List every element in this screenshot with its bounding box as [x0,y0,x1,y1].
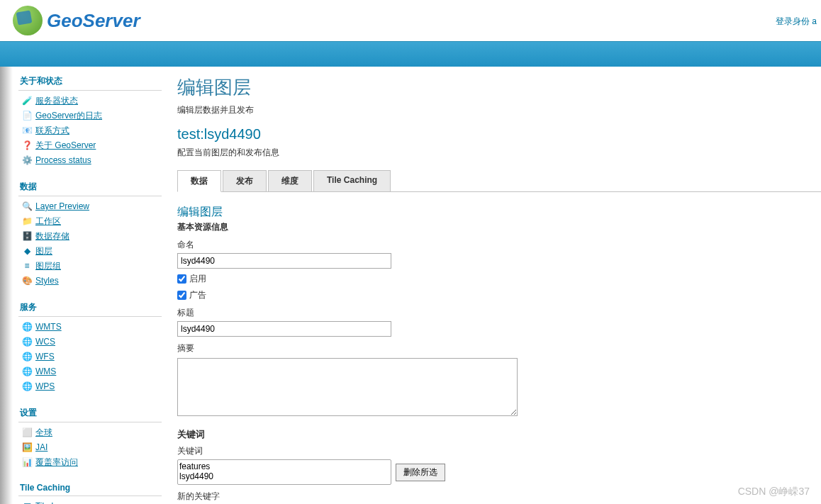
sidebar-item-label[interactable]: 工作区 [35,215,61,228]
sidebar-item[interactable]: 🌐WPS [18,379,162,394]
enable-checkbox[interactable] [177,274,186,284]
sidebar-icon: ◆ [21,246,33,257]
logo-text: GeoServer [47,10,140,32]
sidebar-item-label[interactable]: Process status [35,155,91,167]
enable-label: 启用 [189,273,206,285]
sidebar-icon: 🌐 [21,337,33,348]
sidebar-item[interactable]: 🧪服务器状态 [18,94,162,108]
name-label: 命名 [177,239,821,251]
sidebar-item[interactable]: 📊覆盖率访问 [18,455,162,470]
tab[interactable]: Tile Caching [313,170,391,191]
sidebar-item[interactable]: ▦Tile Layers [18,499,162,504]
sidebar-item-label[interactable]: 服务器状态 [35,95,78,107]
sidebar-item[interactable]: 📧联系方式 [18,123,162,138]
layer-desc: 配置当前图层的和发布信息 [177,147,821,159]
sidebar-item[interactable]: 🌐WMS [18,364,162,379]
sidebar-icon: ⬜ [21,427,33,439]
blue-bar [0,41,821,67]
sidebar-item[interactable]: 🗄️数据存储 [18,229,162,244]
advert-label: 广告 [189,289,206,301]
name-input[interactable] [177,253,391,269]
logo-icon [13,6,43,35]
keyword-option[interactable]: features [179,461,389,471]
sidebar-item[interactable]: 📄GeoServer的日志 [18,108,162,123]
sidebar-icon: 🌐 [21,322,33,333]
sidebar-item-label[interactable]: WFS [35,351,55,363]
sidebar-section-title: 数据 [18,178,162,196]
form-section: 编辑图层 基本资源信息 命名 启用 广告 标题 摘要 关键词 关键词 [177,205,821,504]
sidebar-item-label[interactable]: GeoServer的日志 [35,110,102,122]
abstract-label: 摘要 [177,342,821,354]
sidebar-item[interactable]: 🎨Styles [18,274,162,289]
advert-checkbox[interactable] [177,291,186,300]
sidebar-item[interactable]: 🌐WMTS [18,320,162,335]
keyword-list[interactable]: featureslsyd4490 [177,459,391,485]
section-subtitle: 基本资源信息 [177,221,821,233]
sidebar-icon: 🌐 [21,381,33,393]
sidebar-item[interactable]: 📁工作区 [18,214,162,229]
sidebar-item[interactable]: 🌐WFS [18,349,162,364]
sidebar-item-label[interactable]: WMTS [35,321,62,333]
sidebar-icon: 🖼️ [21,442,33,454]
watermark: CSDN @峥嵘37 [738,486,810,498]
sidebar-item-label[interactable]: Tile Layers [35,500,77,504]
tabs: 数据发布维度Tile Caching [177,170,821,192]
sidebar-item-label[interactable]: 覆盖率访问 [35,457,78,469]
shadow-bar [0,67,13,504]
page-desc: 编辑层数据并且发布 [177,104,821,116]
sidebar-item[interactable]: 🖼️JAI [18,440,162,455]
sidebar-icon: 🔍 [21,201,33,213]
delete-keyword-button[interactable]: 删除所选 [396,464,445,481]
sidebar-item-label[interactable]: WMS [35,366,56,378]
sidebar-item[interactable]: ≡图层组 [18,259,162,274]
sidebar-item-label[interactable]: 图层组 [35,260,61,272]
sidebar-item-label[interactable]: WCS [35,336,55,348]
header: GeoServer 登录身份 a [0,0,821,41]
sidebar-icon: 📧 [21,125,33,137]
tab[interactable]: 维度 [268,170,312,191]
sidebar-item[interactable]: ⚙️Process status [18,153,162,168]
main-content: 编辑图层 编辑层数据并且发布 test:lsyd4490 配置当前图层的和发布信… [162,67,821,504]
logo[interactable]: GeoServer [13,6,140,35]
sidebar-item-label[interactable]: 联系方式 [35,125,69,137]
sidebar-icon: 📁 [21,216,33,228]
tab[interactable]: 发布 [223,170,267,191]
sidebar-icon: 🎨 [21,276,33,287]
sidebar-item[interactable]: ⬜全球 [18,425,162,440]
sidebar-item-label[interactable]: JAI [35,442,48,454]
sidebar-item[interactable]: 🔍Layer Preview [18,199,162,214]
sidebar-icon: 📊 [21,457,33,469]
new-keyword-label: 新的关键字 [177,491,821,503]
keywords-title: 关键词 [177,428,821,441]
keyword-option[interactable]: lsyd4490 [179,471,389,481]
sidebar-item[interactable]: ◆图层 [18,244,162,259]
sidebar-icon: 🗄️ [21,231,33,242]
sidebar-item-label[interactable]: 数据存储 [35,230,69,242]
sidebar-item-label[interactable]: Layer Preview [35,201,89,213]
sidebar-section-title: 设置 [18,404,162,422]
sidebar-section-title: Tile Caching [18,480,162,496]
sidebar-item-label[interactable]: Styles [35,275,59,287]
sidebar-item-label[interactable]: WPS [35,381,55,393]
keyword-label: 关键词 [177,445,821,457]
sidebar-icon: ≡ [21,261,33,272]
sidebar: 关于和状态🧪服务器状态📄GeoServer的日志📧联系方式❓关于 GeoServ… [13,67,162,504]
sidebar-section-title: 服务 [18,298,162,317]
sidebar-item[interactable]: 🌐WCS [18,335,162,349]
tab[interactable]: 数据 [177,170,221,192]
sidebar-icon: 📄 [21,111,33,122]
sidebar-icon: ▦ [21,501,33,505]
title-input[interactable] [177,321,391,337]
page-title: 编辑图层 [177,75,821,100]
sidebar-icon: 🧪 [21,96,33,107]
sidebar-icon: 🌐 [21,366,33,378]
abstract-textarea[interactable] [177,358,518,416]
sidebar-item-label[interactable]: 全球 [35,427,52,439]
sidebar-item[interactable]: ❓关于 GeoServer [18,138,162,153]
sidebar-item-label[interactable]: 图层 [35,245,52,257]
sidebar-item-label[interactable]: 关于 GeoServer [35,140,96,152]
login-link[interactable]: 登录身份 a [776,16,817,28]
title-label: 标题 [177,307,821,319]
layer-name: test:lsyd4490 [177,126,821,142]
sidebar-icon: ⚙️ [21,155,33,167]
